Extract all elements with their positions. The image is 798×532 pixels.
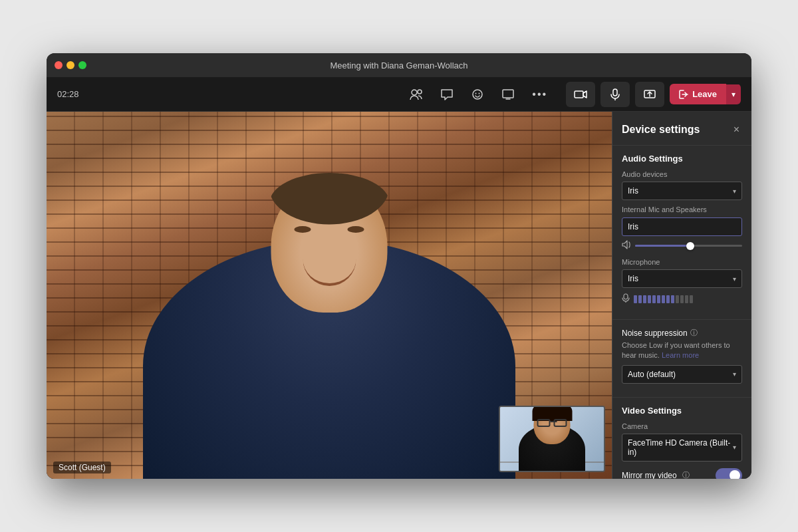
internal-mic-label: Internal Mic and Speakers [622,205,742,213]
video-section-title: Video Settings [622,406,742,416]
window-title: Meeting with Diana Geman-Wollach [330,61,467,70]
audio-settings-section: Audio Settings Audio devices Iris ▾ Inte… [612,146,751,320]
svg-rect-5 [503,90,513,98]
noise-title-row: Noise suppression ⓘ [622,328,742,338]
mic-bar-6 [657,295,660,303]
pip-glasses-left [537,419,551,427]
audio-section-title: Audio Settings [622,154,742,164]
noise-dropdown-arrow: ▾ [733,370,736,378]
microphone-label: Microphone [622,258,742,266]
noise-description: Choose Low if you want others to hear mu… [622,340,742,361]
noise-suppression-section: Noise suppression ⓘ Choose Low if you wa… [612,320,751,398]
mirror-video-toggle[interactable] [716,468,742,479]
volume-row [622,240,742,251]
participants-button[interactable] [407,86,426,103]
audio-device-dropdown[interactable]: Iris ▾ [622,182,742,200]
pip-person-face [534,406,571,444]
mic-bar-5 [652,295,656,303]
person-face [271,180,388,313]
mic-bar-2 [638,295,642,303]
svg-point-3 [475,92,477,94]
svg-rect-6 [575,91,583,98]
mirror-label: Mirror my video [622,471,677,479]
close-traffic-light[interactable] [55,61,63,69]
leave-chevron-button[interactable]: ▾ [726,84,741,104]
pip-glasses-right [554,419,567,427]
noise-title: Noise suppression [622,329,688,338]
more-options-button[interactable]: ••• [529,86,550,103]
chat-button[interactable] [438,86,456,103]
volume-slider-track[interactable] [635,245,742,247]
learn-more-link[interactable]: Learn more [662,351,699,359]
mic-bar-10 [676,295,679,303]
toolbar-icons: ••• [407,86,550,103]
pip-person-body [519,424,585,472]
reactions-button[interactable] [468,86,487,103]
svg-point-1 [418,90,422,94]
share-tray-button[interactable] [499,86,517,103]
mic-dropdown-arrow: ▾ [733,275,736,283]
mic-bar-7 [662,295,665,303]
person-body [143,239,515,479]
audio-device-label: Audio devices [622,170,742,178]
internal-device-selected: Iris [622,217,742,236]
pip-video[interactable] [499,406,605,472]
svg-rect-7 [613,89,617,96]
video-area: Scott (Guest) [47,112,612,479]
meeting-timer: 02:28 [57,89,79,99]
mic-level-bars [634,295,693,303]
volume-slider-thumb[interactable] [686,242,694,250]
toggle-thumb [730,470,740,479]
mic-meter-row [622,293,742,305]
camera-field-label: Camera [622,422,742,430]
video-settings-section: Video Settings Camera FaceTime HD Camera… [612,398,751,479]
svg-point-2 [473,90,482,99]
svg-rect-10 [624,294,628,299]
toolbar: 02:28 [47,77,751,112]
volume-icon [622,240,631,251]
audio-dropdown-arrow: ▾ [733,188,736,195]
toolbar-right: Leave ▾ [566,82,741,107]
noise-suppression-dropdown[interactable]: Auto (default) ▾ [622,365,742,384]
mic-bar-1 [634,295,637,303]
noise-info-icon[interactable]: ⓘ [690,328,698,338]
mirror-video-row: Mirror my video ⓘ [622,468,742,479]
minimize-traffic-light[interactable] [66,61,74,69]
traffic-lights [55,61,86,69]
mic-control-button[interactable] [600,82,630,107]
mirror-label-row: Mirror my video ⓘ [622,470,690,479]
guest-label: Scott (Guest) [53,462,111,473]
right-eye [348,226,364,233]
camera-dropdown-arrow: ▾ [733,444,736,451]
camera-dropdown[interactable]: FaceTime HD Camera (Built-in) ▾ [622,434,742,462]
maximize-traffic-light[interactable] [78,61,86,69]
panel-title: Device settings [622,124,700,136]
mirror-info-icon[interactable]: ⓘ [682,470,690,479]
panel-header: Device settings × [612,112,751,146]
volume-slider-fill [635,245,694,247]
mic-bar-9 [671,295,674,303]
camera-control-button[interactable] [566,82,595,107]
title-bar: Meeting with Diana Geman-Wollach [47,53,751,77]
mic-bar-8 [666,295,670,303]
mic-bar-11 [680,295,684,303]
mac-window: Meeting with Diana Geman-Wollach 02:28 [47,53,751,479]
mic-bar-3 [643,295,646,303]
person-hair [269,173,389,233]
left-eye [295,226,311,233]
meeting-area: 02:28 [47,77,751,479]
leave-meeting-button[interactable]: Leave [670,84,726,104]
share-screen-button[interactable] [635,82,664,107]
mic-bar-13 [690,295,693,303]
close-panel-button[interactable]: × [731,122,742,137]
leave-button-group: Leave ▾ [670,84,741,104]
svg-point-0 [412,90,417,95]
content-area: Scott (Guest) [47,112,751,479]
microphone-dropdown[interactable]: Iris ▾ [622,269,742,288]
mic-bar-4 [648,295,651,303]
main-video: Scott (Guest) [47,112,612,479]
person-smile [303,259,356,286]
mic-bar-12 [685,295,688,303]
svg-point-4 [479,92,480,94]
mic-meter-icon [622,293,630,305]
